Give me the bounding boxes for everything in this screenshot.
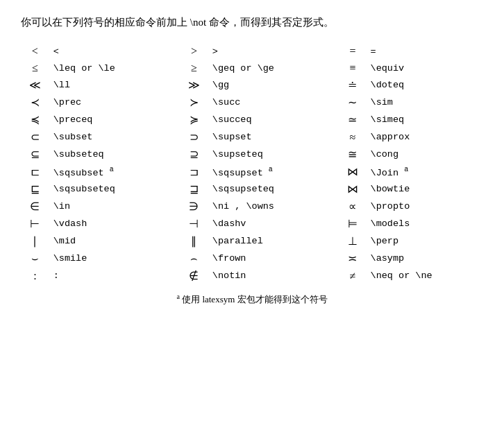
command-cell: \sqsubset a: [49, 163, 166, 180]
column-spacer: [166, 198, 180, 215]
command-cell: \smile: [49, 250, 166, 267]
command-cell: \parallel: [208, 232, 325, 250]
symbol-cell: ⌢: [180, 250, 208, 267]
command-cell: <: [49, 43, 166, 60]
command-cell: \subseteq: [49, 146, 166, 163]
command-cell: \leq or \le: [49, 60, 166, 76]
command-cell: \prec: [49, 94, 166, 111]
symbol-cell: ∣: [21, 232, 49, 250]
column-spacer: [325, 43, 339, 60]
column-spacer: [325, 198, 339, 215]
symbol-cell: ∉: [180, 267, 208, 284]
command-cell: \sqsupseteq: [208, 180, 325, 198]
table-row: ≺\prec≻\succ∼\sim: [21, 94, 483, 111]
command-cell: >: [208, 43, 325, 60]
column-spacer: [166, 163, 180, 180]
symbol-cell: ∥: [180, 232, 208, 250]
table-row: <<>>==: [21, 43, 483, 60]
column-spacer: [166, 267, 180, 284]
command-cell: \supset: [208, 128, 325, 146]
symbol-table: <<>>==≤\leq or \le≥\geq or \ge≡\equiv≪\l…: [21, 43, 483, 284]
symbol-cell: ⊏: [21, 163, 49, 180]
symbol-cell: ⊃: [180, 128, 208, 146]
command-cell: \Join a: [367, 163, 483, 180]
column-spacer: [325, 250, 339, 267]
command-cell: \gg: [208, 76, 325, 94]
column-spacer: [325, 215, 339, 232]
symbol-cell: :: [21, 267, 49, 284]
table-row: ⊏\sqsubset a⊐\sqsupset a⋈\Join a: [21, 163, 483, 180]
symbol-cell: ≈: [339, 128, 366, 146]
symbol-cell: ⊢: [21, 215, 49, 232]
table-row: ⊂\subset⊃\supset≈\approx: [21, 128, 483, 146]
command-cell: \propto: [367, 198, 483, 215]
command-cell: \preceq: [49, 111, 166, 128]
command-cell: \models: [367, 215, 483, 232]
command-cell: \ll: [49, 76, 166, 94]
symbol-cell: ⋈: [339, 163, 366, 180]
symbol-cell: =: [339, 43, 366, 60]
command-cell: \in: [49, 198, 166, 215]
column-spacer: [166, 43, 180, 60]
column-spacer: [325, 128, 339, 146]
table-row: ≤\leq or \le≥\geq or \ge≡\equiv: [21, 60, 483, 76]
column-spacer: [325, 267, 339, 284]
command-cell: \sqsubseteq: [49, 180, 166, 198]
command-cell: \sqsupset a: [208, 163, 325, 180]
symbol-cell: ≍: [339, 250, 366, 267]
symbol-cell: ⊂: [21, 128, 49, 146]
intro-text: 你可以在下列符号的相应命令前加上 \not 命令，而得到其否定形式。: [21, 14, 483, 31]
symbol-cell: ⊑: [21, 180, 49, 198]
column-spacer: [166, 60, 180, 76]
table-row: ⊢\vdash⊣\dashv⊨\models: [21, 215, 483, 232]
symbol-cell: <: [21, 43, 49, 60]
command-cell: \succeq: [208, 111, 325, 128]
symbol-cell: ≡: [339, 60, 366, 76]
command-cell: \doteq: [367, 76, 483, 94]
command-cell: \supseteq: [208, 146, 325, 163]
table-row: ::∉\notin≠\neq or \ne: [21, 267, 483, 284]
command-cell: \ni , \owns: [208, 198, 325, 215]
symbol-cell: ⊇: [180, 146, 208, 163]
table-row: ⊆\subseteq⊇\supseteq≅\cong: [21, 146, 483, 163]
column-spacer: [166, 180, 180, 198]
command-cell: \sim: [367, 94, 483, 111]
command-cell: \approx: [367, 128, 483, 146]
column-spacer: [166, 111, 180, 128]
table-row: ∈\in∋\ni , \owns∝\propto: [21, 198, 483, 215]
table-row: ⌣\smile⌢\frown≍\asymp: [21, 250, 483, 267]
symbol-cell: ∈: [21, 198, 49, 215]
column-spacer: [325, 111, 339, 128]
symbol-cell: ∼: [339, 94, 366, 111]
footnote: a 使用 latexsym 宏包才能得到这个符号: [21, 293, 483, 306]
command-cell: \frown: [208, 250, 325, 267]
symbol-cell: ≤: [21, 60, 49, 76]
column-spacer: [325, 60, 339, 76]
symbol-cell: ≺: [21, 94, 49, 111]
table-row: ∣\mid∥\parallel⊥\perp: [21, 232, 483, 250]
symbol-cell: ∝: [339, 198, 366, 215]
command-cell: \succ: [208, 94, 325, 111]
column-spacer: [325, 94, 339, 111]
command-cell: \mid: [49, 232, 166, 250]
column-spacer: [166, 146, 180, 163]
symbol-cell: ⋈: [339, 180, 366, 198]
table-row: ≼\preceq≽\succeq≃\simeq: [21, 111, 483, 128]
symbol-cell: ≻: [180, 94, 208, 111]
command-cell: :: [49, 267, 166, 284]
command-cell: \perp: [367, 232, 483, 250]
table-row: ≪\ll≫\gg≐\doteq: [21, 76, 483, 94]
command-cell: \dashv: [208, 215, 325, 232]
column-spacer: [166, 250, 180, 267]
symbol-cell: >: [180, 43, 208, 60]
command-cell: \neq or \ne: [367, 267, 483, 284]
column-spacer: [325, 76, 339, 94]
command-cell: \asymp: [367, 250, 483, 267]
symbol-cell: ≐: [339, 76, 366, 94]
command-cell: \notin: [208, 267, 325, 284]
column-spacer: [166, 76, 180, 94]
symbol-cell: ⊆: [21, 146, 49, 163]
symbol-cell: ≥: [180, 60, 208, 76]
column-spacer: [166, 232, 180, 250]
command-cell: =: [367, 43, 483, 60]
